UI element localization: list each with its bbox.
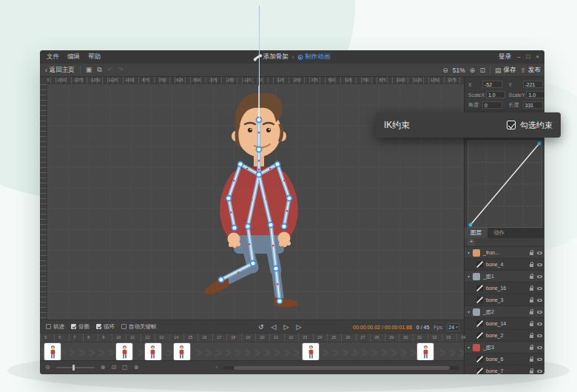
keyframe-thumbnail[interactable]: [303, 343, 319, 360]
frame-zoom-slider[interactable]: [56, 367, 95, 368]
copy-frame-button[interactable]: ⊡: [111, 365, 116, 371]
easing-curve-editor[interactable]: [468, 141, 542, 228]
duplicate-icon[interactable]: ⧉: [97, 67, 101, 73]
bone-row[interactable]: bone_3: [465, 294, 544, 306]
eye-icon[interactable]: [537, 334, 542, 338]
keyframe-thumbnail[interactable]: [417, 343, 433, 360]
layer-group-row[interactable]: ▾_图2: [465, 306, 544, 318]
layer-group-row[interactable]: ▾_图1: [465, 271, 544, 283]
character-figure[interactable]: [201, 86, 312, 317]
fps-dropdown[interactable]: 24 ▾: [447, 323, 459, 331]
chevron-down-icon[interactable]: ▾: [468, 274, 473, 279]
login-button[interactable]: 登录: [499, 53, 511, 61]
lock-icon[interactable]: [530, 276, 533, 279]
minimize-icon[interactable]: –: [517, 54, 520, 60]
eye-icon[interactable]: [537, 251, 542, 255]
property-input[interactable]: 0: [482, 101, 502, 109]
curve-end-handle[interactable]: [538, 142, 541, 146]
redo-icon[interactable]: ↷: [118, 67, 124, 73]
next-frame-icon[interactable]: ▷: [296, 324, 301, 331]
lock-icon[interactable]: [530, 323, 533, 326]
keyframe-track[interactable]: >>>>>>>>>>>>>>>>>>>>>>>>>>>>>>>>>>>>>>>>…: [40, 342, 464, 360]
checkbox-icon[interactable]: [46, 324, 51, 329]
bone-row[interactable]: bone_16: [465, 283, 544, 294]
add-layer-button[interactable]: +: [468, 239, 475, 246]
bone-row[interactable]: bone_4: [465, 259, 544, 271]
blank-frame-button[interactable]: ▢: [122, 365, 128, 371]
lock-icon[interactable]: [530, 311, 533, 314]
lock-icon[interactable]: [530, 252, 533, 255]
lock-icon[interactable]: [530, 347, 533, 350]
property-input[interactable]: 1.0: [526, 91, 544, 98]
checkbox-icon[interactable]: [71, 324, 76, 329]
close-icon[interactable]: ×: [536, 54, 539, 60]
keyframe-thumbnail[interactable]: [44, 343, 61, 360]
delete-frame-button[interactable]: ⊗: [134, 365, 139, 371]
maximize-icon[interactable]: □: [526, 54, 530, 60]
eye-icon[interactable]: [537, 370, 542, 374]
save-button[interactable]: ▤ 保存: [495, 66, 516, 75]
property-input[interactable]: -52: [482, 81, 502, 88]
eye-icon[interactable]: [537, 346, 542, 350]
layer-group-row[interactable]: ▾_fron...: [465, 247, 544, 259]
curve-start-handle[interactable]: [469, 223, 473, 227]
ik-constraint-checkbox[interactable]: [507, 121, 516, 129]
keyframe-thumbnail[interactable]: [174, 343, 190, 360]
zoom-out-icon[interactable]: ⊖: [442, 67, 448, 74]
new-frame-icon[interactable]: ▣: [86, 67, 92, 73]
bone-row[interactable]: bone_14: [465, 318, 544, 330]
lock-icon[interactable]: [530, 371, 533, 374]
keyframe-thumbnail[interactable]: [116, 343, 132, 360]
keyframe-thumbnail[interactable]: [145, 343, 161, 360]
toggle-骨骼[interactable]: 骨骼: [71, 323, 90, 331]
bone-row[interactable]: bone_7: [465, 365, 544, 374]
toggle-自动关键帧[interactable]: 自动关键帧: [121, 323, 157, 331]
toggle-循环[interactable]: 循环: [96, 323, 115, 331]
undo-icon[interactable]: ↶: [107, 67, 113, 73]
slider-handle[interactable]: [72, 365, 75, 371]
publish-button[interactable]: ⇧ 发布: [520, 66, 541, 75]
menu-item-0[interactable]: 文件: [47, 53, 59, 61]
chevron-down-icon[interactable]: ▾: [468, 250, 473, 255]
add-keyframe-button[interactable]: ⊕: [101, 365, 106, 371]
lock-icon[interactable]: [530, 359, 533, 362]
toggle-轨迹[interactable]: 轨迹: [46, 323, 64, 331]
lock-icon[interactable]: [530, 288, 533, 291]
go-to-start-icon[interactable]: ↺: [258, 324, 264, 331]
scrollbar-thumb[interactable]: [234, 366, 450, 370]
menu-item-2[interactable]: 帮助: [88, 53, 101, 61]
eye-icon[interactable]: [537, 263, 542, 267]
play-icon[interactable]: ▷: [283, 324, 288, 331]
eye-icon[interactable]: [537, 311, 542, 314]
timeline-scrollbar[interactable]: [223, 366, 459, 370]
menu-item-1[interactable]: 编辑: [67, 53, 80, 61]
previous-frame-icon[interactable]: ◁: [271, 324, 277, 331]
layer-group-row[interactable]: ▾_图3: [465, 342, 544, 354]
property-input[interactable]: -221: [523, 81, 543, 88]
back-home-button[interactable]: ‹ 返回主页: [45, 66, 75, 75]
lock-icon[interactable]: [530, 264, 533, 267]
tab-动作[interactable]: 动作: [487, 228, 510, 238]
checkbox-icon[interactable]: [121, 324, 126, 329]
frame-zoom-out-icon[interactable]: ⊖: [45, 365, 50, 371]
lock-icon[interactable]: [530, 335, 533, 338]
scroll-left-icon[interactable]: ‹: [216, 365, 217, 370]
bone-row[interactable]: bone_2: [465, 330, 544, 342]
bone-row[interactable]: bone_6: [465, 354, 544, 365]
frame-ruler[interactable]: 5678910111213141516171819202122232425262…: [40, 333, 464, 342]
eye-icon[interactable]: [537, 299, 542, 303]
chevron-down-icon[interactable]: ▾: [468, 309, 473, 314]
eye-icon[interactable]: [537, 358, 542, 362]
checkbox-icon[interactable]: [96, 324, 101, 329]
property-input[interactable]: 331: [523, 101, 543, 109]
tab-图层[interactable]: 图层: [465, 228, 487, 238]
eye-icon[interactable]: [537, 322, 542, 326]
zoom-in-icon[interactable]: ⊕: [470, 67, 476, 74]
step-make-animation[interactable]: 制作动画: [297, 53, 330, 61]
eye-icon[interactable]: [537, 275, 542, 279]
eye-icon[interactable]: [537, 287, 542, 291]
property-input[interactable]: 1.0: [486, 91, 505, 98]
fit-screen-icon[interactable]: ⊡: [479, 67, 485, 74]
chevron-down-icon[interactable]: ▾: [468, 345, 473, 350]
lock-icon[interactable]: [530, 300, 533, 303]
